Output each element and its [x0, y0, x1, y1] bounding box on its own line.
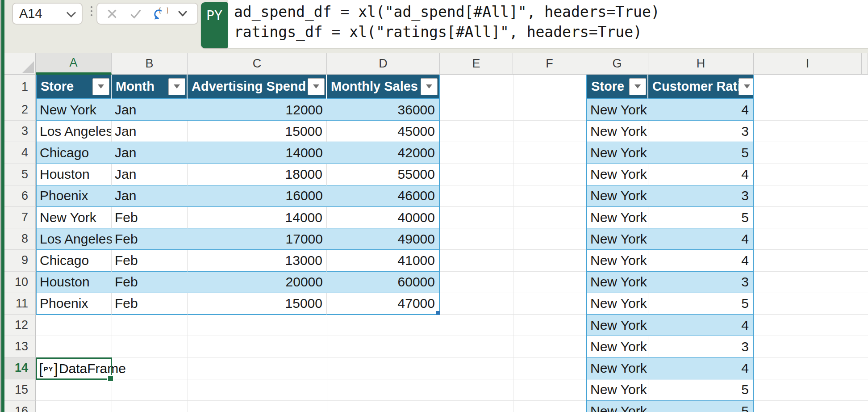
row-header-4[interactable]: 4 [4, 142, 36, 164]
cell-H2[interactable]: 4 [648, 99, 754, 121]
column-header-I[interactable]: I [754, 53, 862, 75]
cell-H14[interactable]: 4 [648, 357, 754, 379]
cell-H15[interactable]: 5 [648, 379, 754, 401]
row-header-12[interactable]: 12 [4, 315, 36, 336]
column-header-G[interactable]: G [586, 53, 648, 75]
cell-G10[interactable]: New York [586, 272, 648, 294]
filter-button[interactable] [168, 78, 185, 95]
cell-A11[interactable]: Phoenix [36, 293, 112, 315]
select-all-corner[interactable] [4, 53, 36, 75]
cell-C10[interactable]: 20000 [188, 272, 327, 294]
cell-G3[interactable]: New York [586, 121, 648, 143]
filter-button[interactable] [739, 78, 754, 95]
cell-C7[interactable]: 14000 [188, 207, 327, 229]
cell-G5[interactable]: New York [586, 164, 648, 186]
row-header-9[interactable]: 9 [4, 250, 36, 271]
cell-C6[interactable]: 16000 [188, 185, 327, 207]
cell-D5[interactable]: 55000 [327, 164, 440, 186]
cell-C4[interactable]: 14000 [188, 142, 327, 164]
cell-H7[interactable]: 5 [648, 207, 754, 229]
cell-A3[interactable]: Los Angeles [36, 121, 112, 143]
cell-A7[interactable]: New York [36, 207, 112, 229]
cell-A4[interactable]: Chicago [36, 142, 112, 164]
chevron-down-icon[interactable] [67, 8, 76, 17]
cell-C5[interactable]: 18000 [188, 164, 327, 186]
filter-button[interactable] [92, 78, 109, 95]
cell-B7[interactable]: Feb [112, 207, 188, 229]
column-header-H[interactable]: H [648, 53, 754, 75]
cell-B6[interactable]: Jan [112, 185, 188, 207]
cell-D9[interactable]: 41000 [327, 250, 440, 272]
cell-G11[interactable]: New York [586, 293, 648, 315]
cell-B2[interactable]: Jan [112, 99, 188, 121]
cell-C3[interactable]: 15000 [188, 121, 327, 143]
formula-code[interactable]: ad_spend_df = xl("ad_spend[#All]", heade… [234, 2, 660, 42]
name-box[interactable]: A14 [12, 3, 83, 25]
row-header-15[interactable]: 15 [4, 379, 36, 401]
cell-B4[interactable]: Jan [112, 142, 188, 164]
column-header-A[interactable]: A [36, 53, 112, 75]
cell-H11[interactable]: 5 [648, 293, 754, 315]
cell-C11[interactable]: 15000 [188, 293, 327, 315]
row-header-5[interactable]: 5 [4, 164, 36, 185]
row-header-16[interactable]: 16 [4, 401, 36, 412]
cell-B10[interactable]: Feb [112, 272, 188, 294]
cell-B9[interactable]: Feb [112, 250, 188, 272]
row-header-13[interactable]: 13 [4, 336, 36, 357]
row-header-3[interactable]: 3 [4, 121, 36, 142]
cell-H12[interactable]: 4 [648, 315, 754, 336]
drag-handle-icon[interactable] [89, 6, 94, 16]
cell-C2[interactable]: 12000 [188, 99, 327, 121]
formula-more-button[interactable] [174, 5, 192, 23]
cell-H4[interactable]: 5 [648, 142, 754, 164]
cell-D8[interactable]: 49000 [327, 228, 440, 250]
cell-C9[interactable]: 13000 [188, 250, 327, 272]
cell-G13[interactable]: New York [586, 336, 648, 358]
cell-H5[interactable]: 4 [648, 164, 754, 186]
cell-G15[interactable]: New York [586, 379, 648, 401]
cell-G7[interactable]: New York [586, 207, 648, 229]
cell-H13[interactable]: 3 [648, 336, 754, 358]
cell-H10[interactable]: 3 [648, 272, 754, 294]
cell-B8[interactable]: Feb [112, 228, 188, 250]
cell-B3[interactable]: Jan [112, 121, 188, 143]
row-header-8[interactable]: 8 [4, 228, 36, 250]
column-header-F[interactable]: F [513, 53, 586, 75]
cell-D4[interactable]: 42000 [327, 142, 440, 164]
filter-button[interactable] [421, 78, 438, 95]
cell-A2[interactable]: New York [36, 99, 112, 121]
row-header-10[interactable]: 10 [4, 272, 36, 293]
cell-G4[interactable]: New York [586, 142, 648, 164]
cell-H9[interactable]: 4 [648, 250, 754, 272]
cancel-button[interactable] [103, 5, 121, 23]
table-resize-handle[interactable] [436, 311, 440, 315]
filter-button[interactable] [629, 78, 646, 95]
cell-A5[interactable]: Houston [36, 164, 112, 186]
cell-H16[interactable]: 5 [648, 401, 754, 412]
cell-D11[interactable]: 47000 [327, 293, 440, 315]
cell-G9[interactable]: New York [586, 250, 648, 272]
cell-B5[interactable]: Jan [112, 164, 188, 186]
enter-button[interactable] [127, 5, 145, 23]
row-header-2[interactable]: 2 [4, 99, 36, 121]
cell-D6[interactable]: 46000 [327, 185, 440, 207]
insert-python-button[interactable]: [ ] [150, 5, 168, 23]
cell-G12[interactable]: New York [586, 315, 648, 336]
column-header-partial[interactable] [862, 53, 868, 75]
cell-H8[interactable]: 4 [648, 228, 754, 250]
row-header-7[interactable]: 7 [4, 207, 36, 228]
cell-D3[interactable]: 45000 [327, 121, 440, 143]
filter-button[interactable] [308, 78, 325, 95]
row-header-11[interactable]: 11 [4, 293, 36, 315]
cell-G2[interactable]: New York [586, 99, 648, 121]
cell-A9[interactable]: Chicago [36, 250, 112, 272]
cell-A10[interactable]: Houston [36, 272, 112, 294]
cell-B11[interactable]: Feb [112, 293, 188, 315]
cell-A8[interactable]: Los Angeles [36, 228, 112, 250]
cell-A6[interactable]: Phoenix [36, 185, 112, 207]
cell-D10[interactable]: 60000 [327, 272, 440, 294]
row-header-14[interactable]: 14 [4, 357, 36, 379]
column-header-C[interactable]: C [188, 53, 327, 75]
cell-C8[interactable]: 17000 [188, 228, 327, 250]
cell-D7[interactable]: 40000 [327, 207, 440, 229]
